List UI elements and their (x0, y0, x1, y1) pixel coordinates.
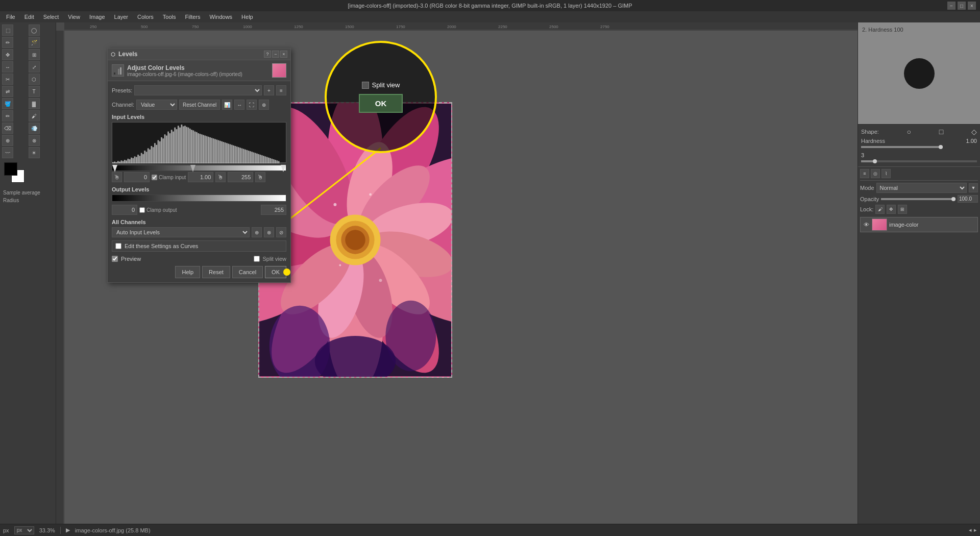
menu-windows[interactable]: Windows (205, 13, 236, 21)
layer-visibility-icon[interactable]: 👁 (863, 221, 870, 228)
channel-icon-1[interactable]: 📊 (222, 100, 232, 110)
menu-select[interactable]: Select (39, 13, 63, 21)
tool-blend[interactable]: ▓ (29, 98, 40, 109)
levels-help-icon[interactable]: ? (264, 51, 271, 58)
tool-select-free[interactable]: ✏ (2, 37, 13, 48)
spacing-slider[interactable] (861, 160, 977, 162)
input-black-handle[interactable] (112, 165, 117, 172)
tool-select-rect[interactable]: ⬚ (2, 25, 13, 36)
tool-perspective[interactable]: ⬡ (29, 74, 40, 85)
menu-view[interactable]: View (64, 13, 84, 21)
reset-channel-button[interactable]: Reset Channel (179, 100, 220, 110)
tool-bucket-fill[interactable]: 🪣 (2, 98, 13, 109)
hardness-slider[interactable] (861, 146, 943, 148)
output-max-field[interactable] (261, 205, 286, 215)
shape-circle-icon[interactable]: ○ (907, 128, 911, 136)
channel-icon-4[interactable]: ⊕ (259, 100, 269, 110)
clamp-input-value-field[interactable] (188, 172, 213, 182)
menu-file[interactable]: File (2, 13, 19, 21)
split-view-checkbox[interactable] (254, 256, 260, 262)
channels-tab-icon[interactable]: ◎ (871, 169, 880, 178)
tool-select-fuzzy[interactable]: 🪄 (29, 37, 40, 48)
menu-edit[interactable]: Edit (20, 13, 38, 21)
menu-colors[interactable]: Colors (133, 13, 158, 21)
reset-button[interactable]: Reset (202, 266, 230, 278)
close-button[interactable]: × (968, 2, 976, 10)
levels-close-btn[interactable]: × (280, 51, 287, 58)
all-channels-btn1[interactable]: ⊕ (252, 227, 262, 237)
levels-dialog-controls[interactable]: ? − × (264, 51, 287, 58)
input-white-handle[interactable] (281, 165, 286, 172)
all-channels-select[interactable]: Auto Input Levels (112, 227, 250, 237)
tool-scale[interactable]: ⤢ (29, 61, 40, 72)
clamp-output-checkbox[interactable] (139, 207, 145, 213)
presets-select[interactable] (134, 85, 262, 95)
lock-brush-icon[interactable]: 🖌 (875, 205, 885, 214)
lock-alpha-icon[interactable]: ⊞ (898, 205, 907, 214)
tool-align[interactable]: ⊞ (29, 49, 40, 60)
all-channels-btn2[interactable]: ⊗ (264, 227, 274, 237)
shape-square-icon[interactable]: □ (939, 128, 943, 136)
tool-airbrush[interactable]: 💨 (29, 123, 40, 134)
tool-select-ellipse[interactable]: ◯ (29, 25, 40, 36)
lock-position-icon[interactable]: ✥ (887, 205, 896, 214)
menu-filters[interactable]: Filters (181, 13, 205, 21)
input-min-field[interactable] (124, 172, 150, 182)
shape-diamond-icon[interactable]: ◇ (971, 128, 977, 136)
output-min-field[interactable] (112, 205, 137, 215)
circle-ok-button[interactable]: OK (359, 94, 403, 113)
tool-eraser[interactable]: ⌫ (2, 123, 13, 134)
tool-transform[interactable]: ↔ (2, 61, 13, 72)
minimize-button[interactable]: − (947, 2, 955, 10)
mode-dropdown-icon[interactable]: ▼ (969, 183, 978, 192)
layer-item[interactable]: 👁 image-color (860, 217, 978, 232)
unit-select[interactable]: px mm cm in (14, 526, 34, 534)
all-channels-btn3[interactable]: ⊘ (276, 227, 286, 237)
preview-checkbox[interactable] (112, 256, 118, 262)
title-bar-controls[interactable]: − □ × (947, 2, 976, 10)
tool-dodge-burn[interactable]: ☀ (29, 147, 40, 158)
menu-help[interactable]: Help (237, 13, 257, 21)
input-eyedropper-white[interactable]: 🖱 (255, 172, 265, 182)
paths-tab-icon[interactable]: ⌇ (881, 169, 891, 178)
mode-select[interactable]: Normal Multiply Screen (876, 183, 967, 193)
nav-prev-icon[interactable]: ◂ (969, 527, 972, 533)
tool-paintbrush[interactable]: 🖌 (29, 110, 40, 121)
curves-checkbox[interactable] (115, 243, 121, 249)
presets-options-btn[interactable]: ≡ (276, 85, 286, 95)
clamp-input-checkbox[interactable] (152, 175, 157, 180)
circle-split-checkbox[interactable] (362, 82, 369, 89)
layers-tab-icon[interactable]: ≡ (860, 169, 869, 178)
help-button[interactable]: Help (175, 266, 200, 278)
tool-smudge[interactable]: 〰 (2, 147, 13, 158)
tool-move[interactable]: ✥ (2, 49, 13, 60)
input-eyedropper-mid[interactable]: 🖱 (215, 172, 226, 182)
channel-select[interactable]: Value Red Green Blue Alpha (136, 100, 177, 110)
maximize-button[interactable]: □ (958, 2, 966, 10)
all-channels-label: All Channels (112, 219, 286, 225)
opacity-input[interactable] (958, 195, 978, 203)
tool-text[interactable]: T (29, 86, 40, 97)
menu-layer[interactable]: Layer (110, 13, 133, 21)
presets-add-btn[interactable]: + (264, 85, 274, 95)
tool-flip[interactable]: ⇌ (2, 86, 13, 97)
hardness-slider-thumb[interactable] (939, 145, 943, 149)
foreground-color-swatch[interactable] (4, 162, 17, 176)
opacity-slider[interactable] (881, 198, 955, 200)
input-mid-handle[interactable] (190, 165, 195, 172)
cancel-button[interactable]: Cancel (232, 266, 263, 278)
channel-icon-2[interactable]: ↔ (234, 100, 244, 110)
tool-pencil[interactable]: ✏ (2, 110, 13, 121)
input-max-field[interactable] (228, 172, 253, 182)
tool-crop[interactable]: ✂ (2, 74, 13, 85)
channel-icon-3[interactable]: ⛶ (247, 100, 257, 110)
spacing-slider-thumb[interactable] (873, 159, 877, 163)
input-eyedropper-black[interactable]: 🖱 (112, 172, 122, 182)
tool-heal[interactable]: ⊗ (29, 135, 40, 146)
nav-next-icon[interactable]: ▸ (974, 527, 977, 533)
tool-clone[interactable]: ⊕ (2, 135, 13, 146)
menu-tools[interactable]: Tools (159, 13, 180, 21)
opacity-slider-thumb[interactable] (951, 197, 955, 201)
levels-minimize-btn[interactable]: − (272, 51, 279, 58)
menu-image[interactable]: Image (85, 13, 109, 21)
